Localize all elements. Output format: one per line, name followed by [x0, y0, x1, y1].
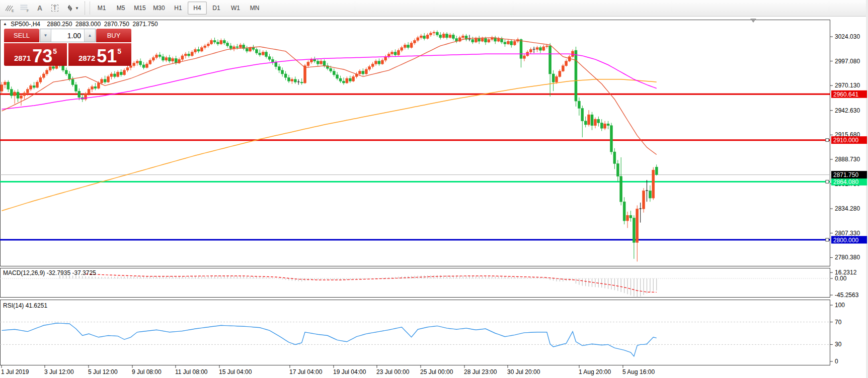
rsi-panel: RSI(14) 41.625110070300 [0, 302, 845, 365]
svg-text:28 Jul 23:00: 28 Jul 23:00 [464, 368, 497, 375]
macd-panel: MACD(12,26,9) -32.7935 -37.372516.23120.… [0, 269, 859, 299]
symbol-period: SP500-,H4 [11, 21, 40, 28]
svg-text:1 Aug 20:00: 1 Aug 20:00 [579, 368, 611, 375]
sell-price-fraction: 5 [53, 47, 57, 55]
terminal-window: E F A T ▼ M1M5M15M30H1H4D1W1MN [0, 0, 868, 378]
svg-text:15 Jul 04:00: 15 Jul 04:00 [219, 368, 252, 375]
bar-high: 2883.000 [75, 21, 101, 28]
svg-text:30: 30 [835, 341, 842, 348]
buy-price-fraction: 5 [117, 47, 121, 55]
svg-text:2871.750: 2871.750 [833, 171, 858, 178]
bar-open: 2880.250 [47, 21, 72, 28]
sell-price-base: 2871 [14, 54, 31, 62]
collapse-triangle-icon: ▲ [3, 22, 7, 26]
buy-price-base: 2872 [78, 54, 95, 62]
svg-text:0.00: 0.00 [835, 275, 847, 282]
svg-text:2864.080: 2864.080 [833, 178, 858, 185]
svg-text:2997.080: 2997.080 [835, 58, 860, 65]
svg-text:2960.641: 2960.641 [833, 91, 858, 98]
svg-text:2942.630: 2942.630 [835, 107, 860, 114]
svg-text:17 Jul 04:00: 17 Jul 04:00 [289, 368, 323, 375]
svg-text:2970.130: 2970.130 [835, 82, 860, 89]
bar-close: 2871.750 [133, 21, 158, 28]
svg-text:5 Jul 12:00: 5 Jul 12:00 [88, 368, 118, 375]
one-click-trading-panel: SELL ▼ ▲ BUY 2871 73 5 2872 51 5 [4, 29, 131, 66]
svg-text:11 Jul 08:00: 11 Jul 08:00 [175, 368, 208, 375]
svg-text:19 Jul 04:00: 19 Jul 04:00 [333, 368, 366, 375]
buy-price-tile[interactable]: 2872 51 5 [68, 43, 131, 66]
svg-text:1 Jul 2019: 1 Jul 2019 [1, 368, 29, 375]
buy-button[interactable]: BUY [96, 29, 131, 42]
svg-text:70: 70 [835, 319, 842, 326]
svg-text:5 Aug 16:00: 5 Aug 16:00 [622, 368, 655, 375]
macd-label: MACD(12,26,9) -32.7935 -37.3725 [3, 269, 96, 276]
svg-text:2780.380: 2780.380 [835, 254, 860, 261]
price-axis: 3024.0302997.0802970.1302942.6302915.680… [830, 33, 860, 261]
svg-text:2800.000: 2800.000 [833, 237, 858, 244]
svg-text:3 Jul 12:00: 3 Jul 12:00 [44, 368, 74, 375]
svg-text:2807.330: 2807.330 [835, 230, 860, 237]
sell-price-pips: 73 [32, 49, 52, 64]
volume-increase-button[interactable]: ▲ [84, 29, 95, 42]
chart-shift-marker[interactable] [750, 19, 756, 23]
level-lines[interactable] [0, 94, 830, 241]
time-axis: 1 Jul 20193 Jul 12:005 Jul 12:009 Jul 08… [1, 365, 655, 375]
svg-text:2910.000: 2910.000 [833, 137, 858, 144]
bar-low: 2870.750 [104, 21, 129, 28]
volume-spinner: ▼ ▲ [40, 29, 96, 42]
svg-text:25 Jul 00:00: 25 Jul 00:00 [420, 368, 453, 375]
volume-input[interactable] [51, 29, 84, 42]
sell-button[interactable]: SELL [4, 29, 39, 42]
volume-decrease-button[interactable]: ▼ [40, 29, 51, 42]
svg-text:2834.280: 2834.280 [835, 205, 860, 212]
svg-text:2888.730: 2888.730 [835, 156, 860, 163]
buy-price-pips: 51 [97, 49, 117, 64]
svg-text:-45.2563: -45.2563 [835, 292, 859, 299]
svg-text:0: 0 [835, 358, 838, 365]
rsi-label: RSI(14) 41.6251 [3, 302, 47, 309]
svg-text:9 Jul 08:00: 9 Jul 08:00 [132, 368, 162, 375]
svg-text:30 Jul 20:00: 30 Jul 20:00 [507, 368, 540, 375]
svg-text:23 Jul 00:00: 23 Jul 00:00 [376, 368, 410, 375]
chart-title: ▲ SP500-,H4 2880.250 2883.000 2870.750 2… [3, 21, 158, 28]
svg-text:3024.030: 3024.030 [835, 33, 860, 40]
sell-price-tile[interactable]: 2871 73 5 [4, 43, 67, 66]
svg-text:100: 100 [835, 302, 845, 309]
